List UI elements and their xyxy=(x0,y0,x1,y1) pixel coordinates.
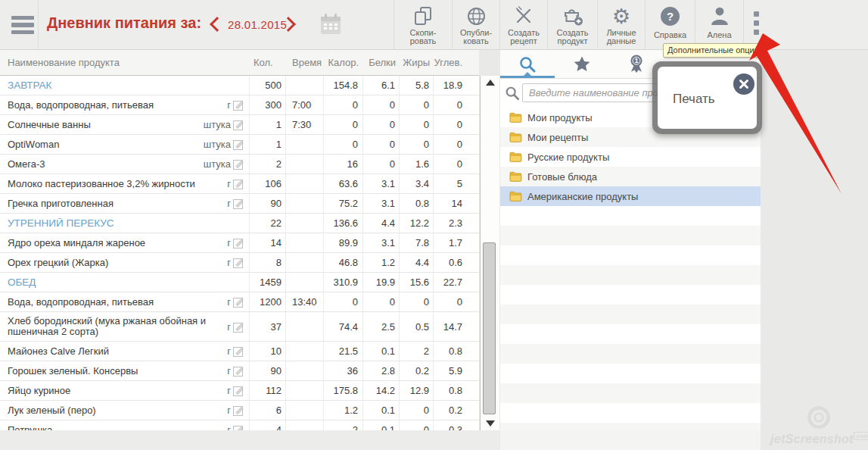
table-row[interactable]: Вода, водопроводная, питьеваяг 1200 13:4… xyxy=(0,292,479,312)
product-unit: г xyxy=(227,296,231,308)
product-unit: г xyxy=(227,257,231,268)
fat: 0.8 xyxy=(400,194,434,213)
meal-section-row[interactable]: ЗАВТРАК 500 154.8 6.1 5.8 18.9 xyxy=(0,76,479,95)
calories: 36 xyxy=(324,361,363,380)
carbs: 5 xyxy=(434,174,479,193)
edit-icon[interactable] xyxy=(233,365,244,377)
table-row[interactable]: Солнечные ванныштука 1 7:30 0 0 0 0 xyxy=(0,115,479,135)
product-unit: штука xyxy=(204,158,231,170)
menu-button[interactable] xyxy=(8,11,37,39)
column-header-kcal: Калор. xyxy=(324,50,363,75)
jetscreenshot-watermark: jetScreenshot.com xyxy=(770,404,866,448)
calendar-button[interactable] xyxy=(319,12,344,38)
qty: 1200 xyxy=(250,292,286,311)
time xyxy=(286,273,324,292)
create-product-button[interactable]: Создатьпродукт xyxy=(547,0,597,50)
edit-icon[interactable] xyxy=(233,345,244,357)
table-row[interactable]: Петрушкаг 4 2 0.1 0 0.3 xyxy=(0,420,479,430)
table-row[interactable]: OptiWomanштука 1 0 0 0 0 xyxy=(0,135,479,155)
fat: 4.4 xyxy=(400,253,434,272)
search-icon xyxy=(518,55,537,73)
empty-row xyxy=(500,403,761,423)
edit-icon[interactable] xyxy=(233,198,244,209)
qty: 10 xyxy=(250,342,286,361)
edit-icon[interactable] xyxy=(233,296,244,308)
popup-close-button[interactable] xyxy=(733,73,754,95)
protein: 6.1 xyxy=(363,76,400,95)
table-scrollbar[interactable] xyxy=(480,76,499,430)
copy-button[interactable]: Скопи-ровать xyxy=(394,0,452,50)
folder-item-ready-meals[interactable]: Готовые блюда xyxy=(500,167,761,186)
edit-icon[interactable] xyxy=(233,178,244,189)
table-row[interactable]: Яйцо куриноег 112 175.8 14.2 12.9 0.8 xyxy=(0,381,479,401)
product-name: Вода, водопроводная, питьевая xyxy=(8,297,227,308)
folder-label: Американские продукты xyxy=(527,191,638,202)
protein: 0 xyxy=(363,115,400,134)
protein: 2.8 xyxy=(363,361,400,380)
meal-section-row[interactable]: ОБЕД 1459 310.9 19.9 15.6 22.7 xyxy=(0,273,479,292)
fat: 0 xyxy=(400,401,434,420)
table-row[interactable]: Хлеб бородинский (мука ржаная обойная и … xyxy=(0,312,479,342)
time xyxy=(286,342,324,361)
table-row[interactable]: Омега-3штука 2 16 0 1.6 0 xyxy=(0,155,479,174)
page-title: Дневник питания за: xyxy=(47,14,201,32)
edit-icon[interactable] xyxy=(233,237,244,248)
scroll-down-arrow[interactable] xyxy=(486,420,495,427)
table-row[interactable]: Горошек зеленый. Консервыг 90 36 2.8 0.2… xyxy=(0,361,479,381)
table-row[interactable]: Гречка приготовленнаяг 90 75.2 3.1 0.8 1… xyxy=(0,194,479,214)
product-unit: г xyxy=(227,424,231,430)
calories: 46.8 xyxy=(324,253,363,272)
calories: 16 xyxy=(324,155,363,173)
edit-icon[interactable] xyxy=(233,139,244,150)
edit-icon[interactable] xyxy=(233,119,244,130)
table-row[interactable]: Ядро ореха миндаля жареноег 14 89.9 3.1 … xyxy=(0,233,479,253)
prev-day-button[interactable] xyxy=(210,17,225,32)
table-row[interactable]: Вода, водопроводная, питьеваяг 300 7:00 … xyxy=(0,95,479,115)
fat: 0 xyxy=(400,420,434,430)
edit-icon[interactable] xyxy=(233,257,244,268)
watermark-tld: .com xyxy=(854,432,868,440)
table-row[interactable]: Майонез Calve Легкийг 10 21.5 0.1 2 0.8 xyxy=(0,342,479,361)
qty: 112 xyxy=(250,381,286,400)
edit-icon[interactable] xyxy=(233,385,244,396)
edit-icon[interactable] xyxy=(233,158,244,170)
time xyxy=(286,420,324,430)
product-unit: г xyxy=(227,99,231,111)
personal-data-button[interactable]: ⚙ Личныеданные xyxy=(597,0,645,50)
edit-icon[interactable] xyxy=(233,405,244,416)
publish-button[interactable]: Опубли-ковать xyxy=(452,0,499,50)
empty-row xyxy=(500,206,761,226)
table-row[interactable]: Орех грецкий (Жарка)г 8 46.8 1.2 4.4 0.6 xyxy=(0,253,479,273)
table-row[interactable]: Лук зеленый (перо)г 6 1.2 0.1 0 0.2 xyxy=(0,401,479,420)
empty-row xyxy=(500,383,761,403)
calories: 2 xyxy=(324,420,363,430)
product-name: Вода, водопроводная, питьевая xyxy=(8,100,227,111)
scrollbar-thumb[interactable] xyxy=(483,242,496,414)
fat: 0 xyxy=(400,115,434,134)
edit-icon[interactable] xyxy=(233,424,244,430)
product-name: Горошек зеленый. Консервы xyxy=(8,366,227,377)
qty: 37 xyxy=(250,312,286,341)
tab-favorites[interactable] xyxy=(555,50,609,78)
empty-row xyxy=(500,245,761,265)
folder-item-russian-products[interactable]: Русские продукты xyxy=(500,147,761,167)
edit-icon[interactable] xyxy=(233,99,244,111)
folder-item-american-products[interactable]: Американские продукты xyxy=(500,186,761,206)
calories: 75.2 xyxy=(324,194,363,213)
protein: 19.9 xyxy=(363,273,400,292)
fat: 12.2 xyxy=(400,214,434,233)
edit-icon[interactable] xyxy=(233,321,244,333)
create-recipe-button[interactable]: Создатьрецепт xyxy=(499,0,547,50)
button-label: продукт xyxy=(558,36,588,45)
tab-search[interactable] xyxy=(500,50,555,78)
product-unit: штука xyxy=(204,139,231,150)
print-menu-item[interactable]: Печать xyxy=(673,92,715,107)
empty-row xyxy=(500,344,761,364)
diary-date[interactable]: 28.01.2015 xyxy=(228,18,287,31)
table-row[interactable]: Молоко пастеризованное 3,2% жирностиг 10… xyxy=(0,174,479,194)
meal-section-row[interactable]: УТРЕННИЙ ПЕРЕКУС 22 136.6 4.4 12.2 2.3 xyxy=(0,214,479,233)
calories: 175.8 xyxy=(324,381,363,400)
empty-row xyxy=(500,423,761,430)
scroll-up-arrow[interactable] xyxy=(486,80,495,86)
gear-icon: ⚙ xyxy=(598,3,645,29)
